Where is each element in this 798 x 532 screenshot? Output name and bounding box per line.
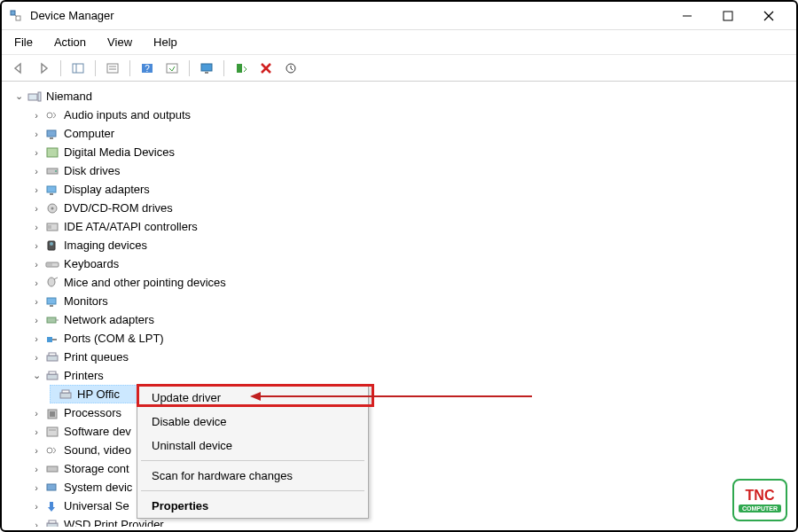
tree-category[interactable]: ›Storage cont (2, 459, 796, 478)
expander-icon[interactable]: › (30, 482, 43, 493)
expander-icon[interactable]: › (30, 129, 43, 139)
menu-help[interactable]: Help (150, 34, 181, 51)
tree-category[interactable]: ›Mice and other pointing devices (2, 273, 796, 292)
tree-category[interactable]: ›Ports (COM & LPT) (2, 329, 796, 348)
scan-button[interactable] (162, 59, 182, 78)
expander-icon[interactable]: › (30, 222, 43, 232)
expander-icon[interactable]: › (30, 501, 43, 512)
tree-category[interactable]: ›Disk drives (2, 161, 796, 180)
expander-icon[interactable]: › (30, 110, 43, 121)
expander-icon[interactable]: › (30, 203, 43, 214)
forward-button[interactable] (34, 59, 53, 78)
menu-file[interactable]: File (11, 34, 36, 51)
enable-device-icon[interactable] (231, 59, 251, 78)
show-hide-tree-button[interactable] (68, 59, 88, 78)
category-label: Processors (64, 406, 121, 419)
update-icon[interactable] (281, 59, 301, 78)
expander-icon[interactable]: › (30, 166, 43, 176)
ctx-scan-changes[interactable]: Scan for hardware changes (137, 464, 368, 488)
svg-rect-62 (47, 484, 56, 490)
tree-category[interactable]: ›Computer (2, 124, 796, 143)
svg-text:?: ? (145, 64, 150, 74)
tree-category[interactable]: ›Processors (2, 403, 796, 422)
app-icon (9, 9, 23, 23)
expander-icon[interactable]: › (30, 184, 43, 195)
device-category-icon (44, 499, 60, 513)
category-label: Sound, video (64, 443, 131, 457)
tree-category[interactable]: ›Keyboards (2, 254, 796, 273)
help-button[interactable]: ? (137, 59, 157, 78)
printer-icon (44, 369, 60, 383)
expander-icon[interactable]: › (30, 426, 43, 437)
expander-icon[interactable]: › (30, 278, 43, 288)
expander-icon[interactable]: › (30, 259, 43, 270)
device-category-icon (44, 406, 60, 420)
svg-rect-16 (205, 72, 208, 74)
maximize-button[interactable] (708, 3, 748, 29)
window-title: Device Manager (30, 9, 667, 22)
tree-category[interactable]: ›IDE ATA/ATAPI controllers (2, 217, 796, 236)
back-button[interactable] (9, 59, 28, 78)
ctx-properties[interactable]: Properties (137, 494, 368, 518)
brand-logo: TNC COMPUTER (732, 479, 787, 521)
tree-category-printers[interactable]: ⌄ Printers (2, 366, 796, 385)
svg-rect-46 (47, 317, 56, 323)
tree-category[interactable]: ›WSD Print Provider (2, 515, 796, 527)
tree-category[interactable]: ›Print queues (2, 348, 796, 366)
expander-icon[interactable]: › (30, 240, 43, 251)
svg-point-37 (50, 242, 53, 246)
device-category-icon (44, 443, 60, 458)
tree-category[interactable]: ›Monitors (2, 292, 796, 310)
expander-icon[interactable]: › (30, 147, 43, 158)
svg-rect-29 (47, 186, 56, 192)
device-category-icon (44, 425, 60, 439)
device-category-icon (44, 257, 60, 271)
uninstall-icon[interactable] (256, 59, 276, 78)
svg-rect-54 (60, 393, 71, 398)
ctx-disable-device[interactable]: Disable device (137, 410, 368, 434)
tree-category[interactable]: ›System devic (2, 478, 796, 497)
expander-icon[interactable]: › (30, 296, 43, 307)
category-label: System devic (64, 481, 132, 494)
monitor-icon[interactable] (197, 59, 216, 78)
tree-category[interactable]: ›Network adapters (2, 310, 796, 329)
minimize-button[interactable] (667, 3, 708, 29)
expander-icon[interactable]: › (30, 520, 43, 528)
expander-icon[interactable]: ⌄ (30, 370, 43, 381)
properties-button[interactable] (103, 59, 122, 78)
device-tree[interactable]: ⌄ Niemand ›Audio inputs and outputs›Comp… (2, 82, 796, 527)
menu-bar: File Action View Help (2, 30, 796, 55)
menu-view[interactable]: View (104, 34, 136, 51)
expander-icon[interactable]: › (30, 445, 43, 456)
context-menu: Update driver Disable device Uninstall d… (137, 385, 369, 519)
device-category-icon (44, 164, 60, 178)
expander-icon[interactable]: › (30, 315, 43, 325)
ctx-uninstall-device[interactable]: Uninstall device (137, 434, 368, 458)
annotation-arrow-head (250, 392, 261, 401)
tree-category[interactable]: ›Software dev (2, 422, 796, 441)
svg-point-23 (47, 113, 52, 118)
tree-category[interactable]: ›Display adapters (2, 180, 796, 199)
tree-category[interactable]: ›Imaging devices (2, 236, 796, 254)
menu-action[interactable]: Action (51, 34, 90, 51)
svg-rect-26 (47, 148, 58, 157)
category-label: WSD Print Provider (64, 518, 164, 527)
root-label: Niemand (46, 90, 92, 103)
tree-category[interactable]: ›Audio inputs and outputs (2, 106, 796, 124)
tree-category[interactable]: ›Sound, video (2, 441, 796, 459)
expander-icon[interactable]: › (30, 464, 43, 474)
toolbar-separator (223, 60, 224, 76)
expander-icon[interactable]: › (30, 352, 43, 363)
tree-category[interactable]: ›Digital Media Devices (2, 143, 796, 161)
category-label: Storage cont (64, 462, 129, 475)
close-button[interactable] (748, 3, 789, 29)
toolbar-separator (95, 60, 96, 76)
tree-category[interactable]: ›DVD/CD-ROM drives (2, 199, 796, 217)
svg-rect-51 (49, 353, 56, 356)
svg-rect-9 (107, 64, 118, 73)
expander-icon[interactable]: ⌄ (12, 90, 25, 102)
tree-category[interactable]: ›Universal Se (2, 497, 796, 515)
expander-icon[interactable]: › (30, 333, 43, 344)
tree-root[interactable]: ⌄ Niemand (2, 87, 796, 106)
expander-icon[interactable]: › (30, 408, 43, 419)
